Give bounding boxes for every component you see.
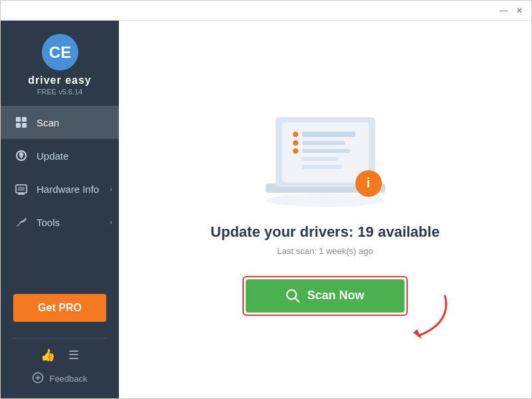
svg-point-28 xyxy=(293,148,298,154)
svg-point-26 xyxy=(293,132,298,137)
sidebar-nav: Scan Update xyxy=(1,106,119,287)
sidebar: CE driver easy FREE v5.6.14 xyxy=(1,21,119,398)
scan-icon xyxy=(14,115,29,130)
svg-rect-23 xyxy=(302,149,350,153)
feedback-icon xyxy=(32,372,44,386)
minimize-button[interactable]: — xyxy=(497,4,510,17)
scan-button-wrapper: Scan Now xyxy=(242,276,407,316)
svg-point-27 xyxy=(293,140,298,146)
sidebar-logo: CE driver easy FREE v5.6.14 xyxy=(1,21,119,106)
list-icon[interactable]: ☰ xyxy=(68,348,79,362)
svg-rect-5 xyxy=(22,123,27,128)
main-content: i Update your drivers: 19 available Last… xyxy=(119,21,531,398)
svg-rect-4 xyxy=(16,123,21,128)
svg-rect-24 xyxy=(302,157,339,161)
hardware-info-label: Hardware Info xyxy=(37,184,99,195)
app-logo-icon: CE xyxy=(42,34,78,70)
search-icon xyxy=(286,289,300,303)
main-title: Update your drivers: 19 available xyxy=(211,223,440,241)
svg-rect-21 xyxy=(302,132,355,137)
svg-rect-9 xyxy=(18,187,25,191)
content-area: CE driver easy FREE v5.6.14 xyxy=(1,21,531,398)
logo-text: driver easy xyxy=(28,74,92,86)
svg-rect-2 xyxy=(16,117,21,122)
feedback-label: Feedback xyxy=(49,374,87,384)
tools-arrow: › xyxy=(110,218,112,226)
arrow-hint xyxy=(399,289,452,345)
hardware-info-arrow: › xyxy=(110,185,112,193)
scan-label: Scan xyxy=(37,117,59,128)
sidebar-item-update[interactable]: Update xyxy=(1,139,119,172)
tools-icon xyxy=(14,215,29,229)
tools-label: Tools xyxy=(37,217,60,228)
hardware-icon xyxy=(14,182,29,196)
svg-rect-3 xyxy=(22,117,27,122)
thumbsup-icon[interactable]: 👍 xyxy=(41,348,55,362)
titlebar: — ✕ xyxy=(1,1,531,21)
update-label: Update xyxy=(37,150,68,162)
get-pro-button[interactable]: Get PRO xyxy=(13,294,106,322)
scan-now-button[interactable]: Scan Now xyxy=(246,279,404,313)
svg-text:CE: CE xyxy=(48,43,70,61)
update-icon xyxy=(14,148,29,163)
sidebar-item-hardware-info[interactable]: Hardware Info › xyxy=(1,172,119,205)
scan-now-label: Scan Now xyxy=(307,289,364,303)
close-button[interactable]: ✕ xyxy=(513,4,526,17)
main-subtitle: Last scan: 1 week(s) ago xyxy=(277,246,373,256)
sidebar-item-feedback[interactable]: Feedback xyxy=(25,369,94,388)
info-badge-icon: i xyxy=(355,170,382,197)
app-window: — ✕ CE driver easy FREE v5.6.14 xyxy=(0,0,532,399)
sidebar-footer: 👍 ☰ Feedback xyxy=(1,341,119,398)
svg-rect-25 xyxy=(302,165,342,169)
footer-icons: 👍 ☰ xyxy=(41,348,79,362)
laptop-illustration: i xyxy=(252,104,399,210)
svg-rect-22 xyxy=(302,141,345,145)
sidebar-item-scan[interactable]: Scan xyxy=(1,106,119,139)
sidebar-divider xyxy=(13,338,107,338)
sidebar-item-tools[interactable]: Tools › xyxy=(1,205,119,239)
logo-version: FREE v5.6.14 xyxy=(37,88,82,96)
svg-line-30 xyxy=(295,298,299,302)
